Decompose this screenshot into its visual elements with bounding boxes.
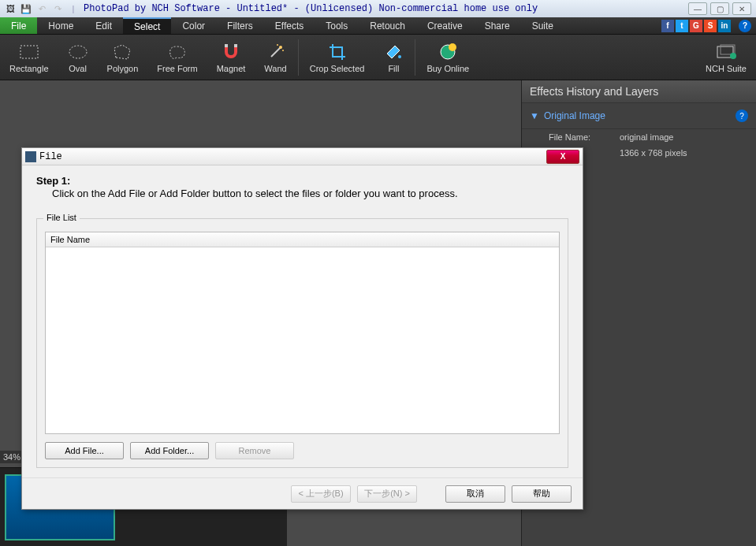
- svg-point-1: [69, 46, 87, 58]
- google-plus-icon[interactable]: G: [690, 20, 702, 32]
- undo-icon[interactable]: ↶: [35, 2, 49, 16]
- ribbon: Rectangle Oval Polygon Free Form Magnet …: [0, 35, 756, 80]
- tool-label: Free Form: [157, 64, 197, 73]
- svg-marker-2: [114, 45, 130, 59]
- property-filename: File Name: original image: [522, 129, 756, 145]
- tool-label: Magnet: [217, 64, 246, 73]
- svg-rect-4: [234, 44, 237, 47]
- menu-edit[interactable]: Edit: [84, 17, 123, 34]
- list-body[interactable]: [46, 247, 559, 433]
- tool-buy-online[interactable]: Buy Online: [417, 35, 479, 80]
- tool-crop-selected[interactable]: Crop Selected: [300, 35, 374, 80]
- svg-point-11: [449, 43, 456, 51]
- menu-creative[interactable]: Creative: [416, 17, 474, 34]
- file-list-group: File List File Name Add File... Add Fold…: [36, 218, 568, 468]
- tool-label: NCH Suite: [706, 64, 747, 73]
- tool-oval[interactable]: Oval: [58, 35, 98, 80]
- app-icon: 🖼: [3, 2, 17, 16]
- maximize-button[interactable]: ▢: [710, 2, 729, 15]
- save-icon[interactable]: 💾: [19, 2, 33, 16]
- tool-label: Oval: [69, 64, 87, 73]
- svg-rect-0: [20, 46, 38, 58]
- oval-icon: [68, 42, 88, 62]
- group-legend: File List: [43, 213, 80, 222]
- menu-color[interactable]: Color: [171, 17, 216, 34]
- facebook-icon[interactable]: f: [661, 20, 674, 32]
- svg-point-8: [282, 50, 284, 51]
- menu-filters[interactable]: Filters: [216, 17, 264, 34]
- remove-button: Remove: [215, 442, 294, 459]
- section-label: Original Image: [544, 110, 731, 121]
- file-list[interactable]: File Name: [45, 232, 560, 434]
- svg-line-5: [271, 47, 281, 57]
- buy-icon: [438, 42, 458, 62]
- file-buttons-row: Add File... Add Folder... Remove: [45, 442, 560, 459]
- svg-point-9: [398, 55, 401, 58]
- menu-home[interactable]: Home: [37, 17, 84, 34]
- menubar: File Home Edit Select Color Filters Effe…: [0, 17, 756, 35]
- step-label: Step 1:: [36, 175, 70, 187]
- column-header[interactable]: File Name: [46, 232, 559, 247]
- dialog-titlebar: File X: [22, 148, 583, 165]
- tool-label: Buy Online: [426, 64, 469, 73]
- linkedin-icon[interactable]: in: [718, 20, 731, 32]
- help-button[interactable]: 帮助: [512, 485, 572, 503]
- property-value: original image: [620, 132, 673, 142]
- file-dialog: File X Step 1: Click on the Add File or …: [21, 147, 583, 510]
- divider: [732, 20, 737, 32]
- tool-wand[interactable]: Wand: [255, 35, 296, 80]
- tool-magnet[interactable]: Magnet: [207, 35, 255, 80]
- suite-icon: [716, 42, 736, 62]
- quick-access-toolbar: 🖼 💾 ↶ ↷ |: [0, 2, 84, 16]
- menu-share[interactable]: Share: [474, 17, 521, 34]
- menu-file[interactable]: File: [0, 17, 37, 34]
- magnet-icon: [221, 42, 241, 62]
- property-value: 1366 x 768 pixels: [620, 148, 687, 158]
- help-icon[interactable]: ?: [736, 110, 748, 122]
- menu-retouch[interactable]: Retouch: [359, 17, 416, 34]
- dialog-footer: < 上一步(B) 下一步(N) > 取消 帮助: [22, 477, 583, 509]
- wand-icon: [266, 42, 286, 62]
- add-folder-button[interactable]: Add Folder...: [130, 442, 209, 459]
- collapse-arrow-icon: ▼: [530, 110, 539, 121]
- tool-freeform[interactable]: Free Form: [147, 35, 207, 80]
- panel-title: Effects History and Layers: [522, 80, 756, 103]
- dialog-title: File: [39, 151, 546, 162]
- redo-icon[interactable]: ↷: [50, 2, 65, 16]
- fill-icon: [383, 42, 404, 62]
- zoom-level: 34%: [0, 451, 24, 463]
- tool-polygon[interactable]: Polygon: [98, 35, 148, 80]
- stumble-icon[interactable]: S: [704, 20, 717, 32]
- help-icon[interactable]: ?: [739, 20, 751, 32]
- cancel-button[interactable]: 取消: [445, 485, 505, 503]
- twitter-icon[interactable]: t: [676, 20, 688, 32]
- menu-suite[interactable]: Suite: [521, 17, 564, 34]
- tool-label: Fill: [388, 64, 399, 73]
- qat-divider: |: [66, 2, 80, 16]
- svg-rect-3: [225, 44, 228, 47]
- step-description: Click on the Add File or Add Folder butt…: [36, 188, 568, 199]
- rectangle-icon: [19, 42, 39, 62]
- close-button[interactable]: ✕: [732, 2, 751, 15]
- back-button: < 上一步(B): [291, 485, 351, 503]
- tool-label: Polygon: [107, 64, 139, 73]
- tool-fill[interactable]: Fill: [374, 35, 413, 80]
- menu-effects[interactable]: Effects: [264, 17, 315, 34]
- tool-nch-suite[interactable]: NCH Suite: [696, 35, 756, 80]
- crop-icon: [327, 42, 348, 62]
- step-instructions: Step 1: Click on the Add File or Add Fol…: [36, 175, 568, 199]
- tool-label: Wand: [264, 64, 286, 73]
- menu-select[interactable]: Select: [123, 17, 171, 34]
- dialog-body: Step 1: Click on the Add File or Add Fol…: [22, 165, 583, 477]
- minimize-button[interactable]: —: [688, 2, 707, 15]
- window-title: PhotoPad by NCH Software - Untitled* - (…: [84, 3, 688, 14]
- dialog-close-button[interactable]: X: [546, 150, 579, 164]
- menu-tools[interactable]: Tools: [315, 17, 359, 34]
- tool-label: Crop Selected: [310, 64, 365, 73]
- svg-point-14: [730, 53, 736, 59]
- add-file-button[interactable]: Add File...: [45, 442, 124, 459]
- separator: [415, 39, 415, 76]
- tool-rectangle[interactable]: Rectangle: [0, 35, 58, 80]
- dialog-icon: [25, 151, 36, 162]
- original-image-section[interactable]: ▼ Original Image ?: [522, 103, 756, 129]
